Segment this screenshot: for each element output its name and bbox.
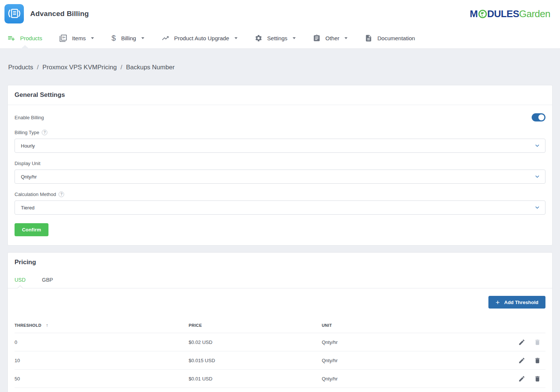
delete-button[interactable] xyxy=(534,357,541,364)
calculation-method-label: Calculation Method ? xyxy=(15,192,545,197)
billing-type-value: Hourly xyxy=(21,143,35,149)
unit-cell: Qnty/hr xyxy=(322,388,504,392)
pencil-icon xyxy=(518,375,525,382)
sort-asc-icon: ↑ xyxy=(46,323,48,328)
billing-type-label-text: Billing Type xyxy=(15,130,39,135)
breadcrumb-separator: / xyxy=(120,64,122,71)
chevron-down-icon xyxy=(534,143,540,149)
display-unit-label-text: Display Unit xyxy=(15,161,40,166)
table-row: 0 $0.02 USD Qnty/hr xyxy=(15,333,545,351)
nav-item-product-auto-upgrade[interactable]: Product Auto Upgrade xyxy=(161,28,237,48)
threshold-cell: 50 xyxy=(15,370,189,388)
unit-cell: Qnty/hr xyxy=(322,370,504,388)
caret-down-icon xyxy=(293,37,296,39)
help-icon[interactable]: ? xyxy=(59,192,64,197)
breadcrumb-item-products[interactable]: Products xyxy=(8,64,33,71)
nav-label: Items xyxy=(72,35,86,41)
pricing-title: Pricing xyxy=(8,253,552,272)
column-header-unit[interactable]: UNIT xyxy=(322,318,504,333)
breadcrumb-separator: / xyxy=(37,64,39,71)
trash-icon xyxy=(534,339,541,346)
calculation-method-value: Tiered xyxy=(21,205,34,211)
threshold-cell: 0 xyxy=(15,333,189,351)
dollar-icon: $ xyxy=(111,34,116,42)
calculation-method-select[interactable]: Tiered xyxy=(15,200,545,215)
enable-billing-label: Enable Billing xyxy=(15,115,44,120)
pricing-card: Pricing USD GBP + Add Threshold THRESHOL… xyxy=(7,252,553,392)
trash-icon xyxy=(534,357,541,364)
price-cell: $0.008 USD xyxy=(189,388,322,392)
display-unit-value: Qnty/hr xyxy=(21,174,37,180)
breadcrumb-item-current: Backups Number xyxy=(126,64,174,71)
display-unit-select[interactable]: Qnty/hr xyxy=(15,170,545,184)
price-header-text: PRICE xyxy=(189,323,202,328)
unit-cell: Qnty/hr xyxy=(322,351,504,370)
confirm-button[interactable]: Confirm xyxy=(15,223,48,236)
tab-gbp[interactable]: GBP xyxy=(42,277,53,288)
delete-button xyxy=(534,339,541,346)
breadcrumb-item-product[interactable]: Proxmox VPS KVMPricing xyxy=(43,64,117,71)
enable-billing-toggle[interactable] xyxy=(532,113,545,121)
playlist-add-icon xyxy=(7,34,15,42)
caret-down-icon xyxy=(345,37,347,39)
page-title: Advanced Billing xyxy=(30,10,89,18)
pricing-table: THRESHOLD↑ PRICE UNIT 0 $0.02 USD Qnty/h… xyxy=(15,318,545,392)
filter-9-plus-badge: 9+ xyxy=(62,36,66,39)
modulesgarden-logo[interactable]: M DULES Garden xyxy=(470,9,550,19)
document-icon xyxy=(365,34,372,42)
nav-label: Product Auto Upgrade xyxy=(174,35,229,41)
column-header-actions xyxy=(504,318,545,333)
nav-item-items[interactable]: 9+ Items xyxy=(59,28,94,48)
price-cell: $0.015 USD xyxy=(189,351,322,370)
price-cell: $0.02 USD xyxy=(189,333,322,351)
logo-text-garden: Garden xyxy=(519,9,550,19)
column-header-price[interactable]: PRICE xyxy=(189,318,322,333)
clipboard-icon xyxy=(313,34,321,42)
globe-icon xyxy=(478,10,487,18)
general-settings-card: General Settings Enable Billing Billing … xyxy=(7,85,553,246)
help-icon[interactable]: ? xyxy=(42,130,47,135)
chevron-down-icon xyxy=(534,205,540,211)
caret-down-icon xyxy=(235,37,237,39)
general-settings-title: General Settings xyxy=(8,85,552,105)
nav-label: Settings xyxy=(267,35,287,41)
add-threshold-button[interactable]: + Add Threshold xyxy=(488,296,545,309)
nav-item-other[interactable]: Other xyxy=(313,28,348,48)
edit-button[interactable] xyxy=(518,339,525,346)
threshold-cell: 10 xyxy=(15,351,189,370)
nav-label: Products xyxy=(20,35,42,41)
price-cell: $0.01 USD xyxy=(189,370,322,388)
billing-type-label: Billing Type ? xyxy=(15,130,545,135)
nav-label: Billing xyxy=(121,35,136,41)
table-row: 100 $0.008 USD Qnty/hr xyxy=(15,388,545,392)
add-threshold-label: Add Threshold xyxy=(504,300,538,305)
gear-icon xyxy=(255,34,262,42)
nav-item-products[interactable]: Products xyxy=(7,28,42,48)
caret-down-icon xyxy=(141,37,144,39)
nav-item-documentation[interactable]: Documentation xyxy=(365,28,415,48)
filter-9-plus-icon: 9+ xyxy=(59,34,67,42)
caret-down-icon xyxy=(91,37,94,39)
threshold-cell: 100 xyxy=(15,388,189,392)
trash-icon xyxy=(534,375,541,382)
toggle-knob xyxy=(538,114,544,120)
tab-usd[interactable]: USD xyxy=(15,277,26,288)
display-unit-label: Display Unit xyxy=(15,161,545,166)
logo-text-m: M xyxy=(470,9,478,19)
delete-button[interactable] xyxy=(534,375,541,382)
nav-label: Other xyxy=(325,35,340,41)
edit-button[interactable] xyxy=(518,375,525,382)
app-header: Advanced Billing M DULES Garden xyxy=(0,0,560,28)
column-header-threshold[interactable]: THRESHOLD↑ xyxy=(15,318,189,333)
table-row: 10 $0.015 USD Qnty/hr xyxy=(15,351,545,370)
threshold-header-text: THRESHOLD xyxy=(15,323,41,328)
nav-item-billing[interactable]: $ Billing xyxy=(111,28,144,48)
breadcrumb: Products / Proxmox VPS KVMPricing / Back… xyxy=(0,49,560,71)
billing-type-select[interactable]: Hourly xyxy=(15,139,545,153)
edit-button[interactable] xyxy=(518,357,525,364)
pencil-icon xyxy=(518,339,525,346)
app-logo-icon xyxy=(4,4,24,23)
nav-label: Documentation xyxy=(377,35,415,41)
nav-item-settings[interactable]: Settings xyxy=(255,28,296,48)
pencil-icon xyxy=(518,357,525,364)
